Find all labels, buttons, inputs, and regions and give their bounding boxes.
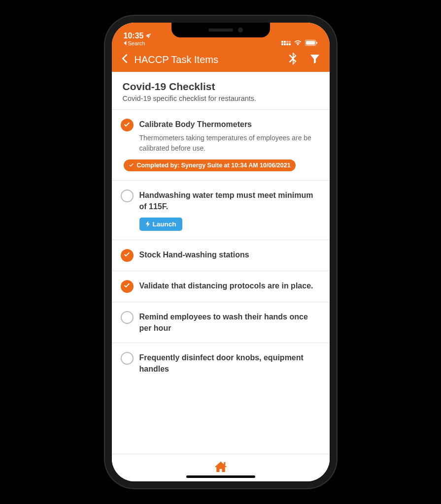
- page-title: Covid-19 Checklist: [123, 81, 319, 93]
- battery-icon: [305, 40, 318, 46]
- filter-icon[interactable]: [309, 53, 321, 66]
- checkmark-icon[interactable]: [121, 119, 134, 131]
- checkbox-empty-icon[interactable]: [121, 352, 134, 365]
- task-title: Handwashing water temp must meet minimum…: [139, 189, 319, 212]
- checkbox-empty-icon[interactable]: [121, 311, 134, 324]
- completed-text: Completed by: Synergy Suite at 10:34 AM …: [137, 162, 291, 169]
- task-row[interactable]: Frequently disinfect door knobs, equipme…: [112, 343, 330, 383]
- page-subtitle: Covid-19 specific checklist for restaura…: [123, 94, 319, 102]
- svg-rect-2: [316, 42, 317, 44]
- page-header: Covid-19 Checklist Covid-19 specific che…: [112, 72, 330, 110]
- checkmark-icon[interactable]: [121, 249, 134, 262]
- task-title: Calibrate Body Thermometers: [139, 119, 319, 130]
- svg-rect-1: [305, 41, 315, 44]
- screen: 10:35 Search: [112, 23, 330, 481]
- checkmark-icon[interactable]: [121, 280, 134, 293]
- completed-badge: Completed by: Synergy Suite at 10:34 AM …: [124, 159, 296, 171]
- status-time: 10:35: [124, 32, 144, 40]
- task-title: Frequently disinfect door knobs, equipme…: [139, 352, 319, 375]
- svg-rect-3: [224, 462, 225, 465]
- launch-button[interactable]: Launch: [139, 218, 182, 231]
- home-icon[interactable]: [213, 460, 228, 476]
- task-row[interactable]: Validate that distancing protocols are i…: [112, 271, 330, 302]
- phone-frame: 10:35 Search: [105, 16, 337, 488]
- location-icon: [145, 33, 151, 39]
- nav-title: HACCP Task Items: [135, 54, 281, 65]
- task-row[interactable]: Calibrate Body Thermometers Thermometers…: [112, 110, 330, 181]
- task-row[interactable]: Handwashing water temp must meet minimum…: [112, 181, 330, 240]
- task-description: Thermometers taking temperatures of empl…: [139, 133, 319, 154]
- home-indicator[interactable]: [186, 475, 255, 478]
- content-scroll[interactable]: Covid-19 Checklist Covid-19 specific che…: [112, 72, 330, 454]
- bottom-bar: [112, 454, 330, 481]
- back-button[interactable]: [121, 53, 128, 66]
- status-back-link[interactable]: Search: [124, 40, 152, 46]
- task-title: Stock Hand-washing stations: [139, 249, 319, 260]
- task-row[interactable]: Stock Hand-washing stations: [112, 240, 330, 271]
- notch: [171, 23, 270, 37]
- task-title: Remind employees to wash their hands onc…: [139, 311, 319, 334]
- task-row[interactable]: Remind employees to wash their hands onc…: [112, 302, 330, 343]
- checkbox-empty-icon[interactable]: [121, 189, 134, 202]
- nav-bar: HACCP Task Items: [112, 47, 330, 72]
- wifi-icon: [294, 40, 302, 46]
- launch-label: Launch: [153, 220, 176, 228]
- bluetooth-icon[interactable]: [288, 52, 297, 67]
- task-title: Validate that distancing protocols are i…: [139, 280, 319, 291]
- signal-icon: [281, 41, 291, 45]
- status-back-label: Search: [128, 40, 145, 46]
